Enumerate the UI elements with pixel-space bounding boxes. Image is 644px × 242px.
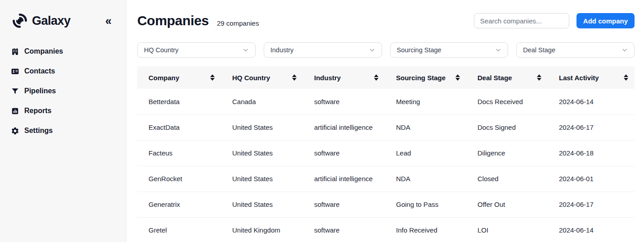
filter-label: Industry — [270, 46, 294, 54]
cell: artificial intelligence — [303, 114, 385, 140]
column-header-industry[interactable]: Industry — [303, 66, 385, 89]
table-row-generatrix[interactable]: GeneratrixUnited StatessoftwareGoing to … — [137, 192, 635, 217]
column-header-last-activity[interactable]: Last Activity — [548, 66, 635, 89]
table-row-facteus[interactable]: FacteusUnited StatessoftwareLeadDiligenc… — [137, 140, 635, 166]
cell: software — [303, 217, 385, 242]
cell: United States — [221, 166, 303, 192]
cell: Facteus — [137, 140, 221, 166]
filter-label: HQ Country — [144, 46, 179, 54]
cell: Docs Received — [466, 89, 548, 114]
cell: artificial intelligence — [303, 166, 385, 192]
table-row-betterdata[interactable]: BetterdataCanadasoftwareMeetingDocs Rece… — [137, 89, 635, 114]
cell: Canada — [221, 89, 303, 114]
sort-icon — [374, 74, 378, 81]
add-company-button[interactable]: Add company — [576, 13, 635, 28]
table-header: CompanyHQ CountryIndustrySourcing StageD… — [137, 66, 635, 89]
gear-icon — [11, 127, 19, 135]
search-input[interactable] — [474, 13, 569, 28]
sidebar-item-label: Reports — [24, 107, 51, 115]
cell: 2024-06-01 — [548, 166, 635, 192]
sidebar-item-settings[interactable]: Settings — [11, 125, 115, 136]
cell: Offer Out — [466, 192, 548, 217]
table-row-exactdata[interactable]: ExactDataUnited Statesartificial intelli… — [137, 114, 635, 140]
cell: United States — [221, 114, 303, 140]
column-header-hq-country[interactable]: HQ Country — [221, 66, 303, 89]
main-content: Companies 29 companies Add company HQ Co… — [126, 0, 644, 242]
column-label: Company — [149, 74, 179, 82]
companies-table: CompanyHQ CountryIndustrySourcing StageD… — [137, 66, 635, 242]
sidebar-item-pipelines[interactable]: Pipelines — [11, 86, 115, 96]
cell: Meeting — [385, 89, 466, 114]
cell: LOI — [466, 217, 548, 242]
sidebar-item-companies[interactable]: Companies — [11, 46, 115, 57]
column-label: HQ Country — [232, 74, 270, 82]
collapse-sidebar-icon: « — [105, 14, 112, 27]
sort-icon — [537, 74, 541, 81]
sidebar: Galaxy « Companies — [0, 0, 126, 242]
cell: ExactData — [137, 114, 221, 140]
column-label: Deal Stage — [477, 74, 512, 82]
chevron-down-icon — [495, 47, 501, 53]
cell: 2024-06-14 — [548, 89, 635, 114]
filter-label: Sourcing Stage — [397, 46, 441, 54]
cell: Closed — [466, 166, 548, 192]
company-count: 29 companies — [217, 19, 259, 27]
header-actions: Add company — [474, 13, 635, 28]
filter-deal-stage[interactable]: Deal Stage — [516, 42, 635, 58]
cell: United States — [221, 140, 303, 166]
filter-label: Deal Stage — [523, 46, 555, 54]
sidebar-item-label: Contacts — [24, 67, 55, 75]
column-label: Sourcing Stage — [396, 74, 446, 82]
cell: Generatrix — [137, 192, 221, 217]
filter-bar: HQ Country Industry Sourcing Stage Deal … — [137, 42, 635, 58]
sidebar-header: Galaxy « — [11, 12, 126, 30]
cell: Betterdata — [137, 89, 221, 114]
sort-icon — [210, 74, 215, 81]
cell: NDA — [385, 114, 466, 140]
sidebar-collapse-button[interactable]: « — [105, 15, 112, 27]
app-name: Galaxy — [32, 14, 71, 28]
sort-icon — [292, 74, 297, 81]
column-label: Industry — [314, 74, 341, 82]
sidebar-item-contacts[interactable]: Contacts — [11, 66, 115, 77]
chevron-down-icon — [369, 47, 375, 53]
sidebar-item-label: Companies — [24, 47, 63, 55]
sort-icon — [624, 74, 628, 81]
page-header: Companies 29 companies Add company — [137, 11, 635, 30]
column-label: Last Activity — [559, 74, 599, 82]
cell: Gretel — [137, 217, 221, 242]
bar-chart-icon — [11, 107, 19, 115]
sidebar-item-label: Settings — [24, 127, 53, 135]
galaxy-logo-icon — [11, 12, 29, 30]
funnel-icon — [11, 87, 19, 96]
cell: United Kingdom — [221, 217, 303, 242]
cell: 2024-06-18 — [548, 140, 635, 166]
page-title: Companies — [137, 13, 209, 28]
cell: software — [303, 192, 385, 217]
filter-industry[interactable]: Industry — [264, 42, 382, 58]
building-icon — [11, 47, 19, 56]
filter-hq-country[interactable]: HQ Country — [137, 42, 256, 58]
cell: 2024-06-17 — [548, 114, 635, 140]
column-header-deal-stage[interactable]: Deal Stage — [466, 66, 548, 89]
cell: software — [303, 89, 385, 114]
cell: Lead — [385, 140, 466, 166]
cell: United States — [221, 192, 303, 217]
sidebar-item-label: Pipelines — [24, 87, 56, 95]
column-header-sourcing-stage[interactable]: Sourcing Stage — [385, 66, 466, 89]
filter-sourcing-stage[interactable]: Sourcing Stage — [390, 42, 509, 58]
column-header-company[interactable]: Company — [137, 66, 221, 89]
cell: Diligence — [466, 140, 548, 166]
sidebar-nav: Companies Contacts Pipelines — [11, 46, 126, 136]
chevron-down-icon — [243, 47, 249, 53]
cell: 2024-06-14 — [548, 217, 635, 242]
table-row-gretel[interactable]: GretelUnited KingdomsoftwareInfo Receive… — [137, 217, 635, 242]
chevron-down-icon — [621, 47, 628, 53]
cell: Docs Signed — [466, 114, 548, 140]
cell: Info Received — [385, 217, 466, 242]
table-row-genrocket[interactable]: GenRocketUnited Statesartificial intelli… — [137, 166, 635, 192]
cell: GenRocket — [137, 166, 221, 192]
cell: 2024-06-17 — [548, 192, 635, 217]
sidebar-item-reports[interactable]: Reports — [11, 105, 115, 116]
contact-card-icon — [11, 67, 19, 76]
